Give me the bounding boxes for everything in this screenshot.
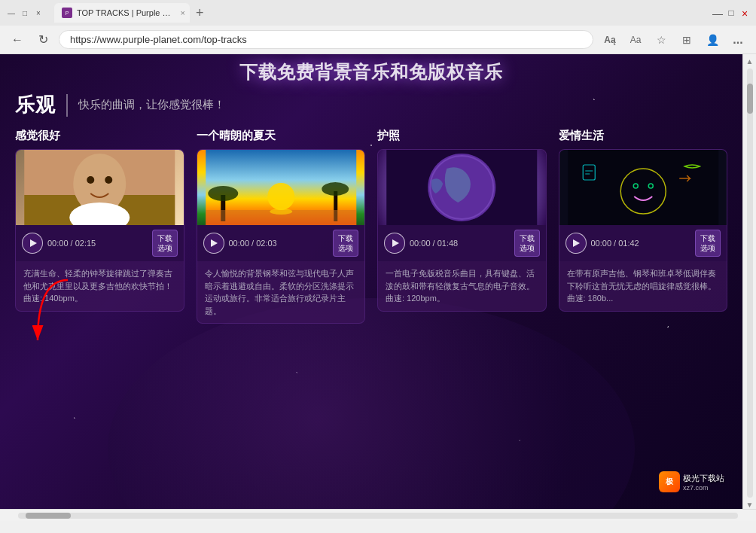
h-scroll-track[interactable]	[18, 513, 738, 519]
address-input[interactable]	[59, 30, 593, 49]
scrollbar-thumb[interactable]	[747, 84, 753, 114]
collections-icon[interactable]: ⊞	[676, 29, 697, 50]
read-aloud-icon[interactable]: Aa	[625, 29, 646, 50]
track-card-inner-3: 00:00 / 01:48 下载选项 一首电子免版税音乐曲目，具有键盘、活泼的鼓…	[377, 149, 547, 312]
tab-close-icon[interactable]: ×	[181, 8, 185, 17]
play-triangle-3	[392, 239, 399, 247]
tab-favicon: P	[62, 8, 72, 18]
svg-point-11	[322, 182, 349, 196]
track-player-4: 00:00 / 01:42 下载选项	[559, 225, 727, 261]
svg-point-9	[208, 186, 238, 201]
page-content: 下载免费背景音乐和免版权音乐 乐观 快乐的曲调，让你感觉很棒！ 感觉很好	[0, 54, 742, 351]
track-player-2: 00:00 / 02:03 下载选项	[197, 225, 365, 261]
track-title-3: 护照	[377, 129, 547, 143]
browser-icons: Aą Aa ☆ ⊞ 👤 ...	[599, 29, 748, 50]
watermark-text: 极光下载站	[683, 473, 724, 484]
category-section: 乐观 快乐的曲调，让你感觉很棒！ 感觉很好	[15, 92, 727, 324]
window-maximize[interactable]: □	[20, 8, 30, 18]
watermark-logo: 极	[659, 471, 680, 492]
time-display-4: 00:00 / 01:42	[591, 239, 691, 248]
track-player-3: 00:00 / 01:48 下载选项	[378, 225, 546, 261]
webpage: 下载免费背景音乐和免版权音乐 乐观 快乐的曲调，让你感觉很棒！ 感觉很好	[0, 54, 742, 509]
category-header: 乐观 快乐的曲调，让你感觉很棒！	[15, 92, 727, 118]
svg-point-17	[428, 154, 495, 221]
play-triangle-1	[30, 239, 37, 247]
track-player-1: 00:00 / 02:15 下载选项	[16, 225, 184, 261]
favorites-icon[interactable]: ☆	[651, 29, 672, 50]
svg-point-3	[87, 176, 94, 184]
browser-body: 下载免费背景音乐和免版权音乐 乐观 快乐的曲调，让你感觉很棒！ 感觉很好	[0, 54, 756, 509]
download-button-1[interactable]: 下载选项	[152, 230, 178, 257]
browser-window: — □ × P TOP TRACKS | Purple Planet Mus..…	[0, 0, 756, 521]
play-triangle-4	[573, 239, 580, 247]
download-button-4[interactable]: 下载选项	[695, 230, 721, 257]
track-card-inner-1: 00:00 / 02:15 下载选项 充满生命、轻柔的钟琴旋律跳过了弹奏吉他和尤…	[15, 149, 184, 312]
track-thumbnail-3	[378, 150, 546, 225]
track-title-4: 爱情生活	[559, 129, 728, 143]
watermark: 极 极光下载站 xz7.com	[659, 471, 724, 492]
address-bar: ← ↻ Aą Aa ☆ ⊞ 👤 ...	[0, 26, 756, 54]
track-card-4: 爱情生活	[559, 129, 728, 324]
profile-icon[interactable]: 👤	[702, 29, 723, 50]
time-display-2: 00:00 / 02:03	[229, 239, 329, 248]
track-card-inner-2: 00:00 / 02:03 下载选项 令人愉悦的背景钢琴和弦与现代电子人声暗示着…	[197, 149, 366, 324]
back-button[interactable]: ←	[8, 30, 27, 50]
reader-mode-icon[interactable]: Aą	[599, 29, 620, 50]
active-tab[interactable]: P TOP TRACKS | Purple Planet Mus... ×	[54, 3, 190, 23]
track-description-4: 在带有原声吉他、钢琴和班卓琴低调伴奏下聆听这首无忧无虑的唱旋律感觉很棒。曲速: …	[559, 261, 727, 311]
play-button-2[interactable]	[203, 233, 224, 254]
download-button-2[interactable]: 下载选项	[333, 230, 358, 257]
scrollbar-track[interactable]	[747, 69, 753, 498]
svg-point-13	[270, 209, 292, 215]
h-scroll-thumb[interactable]	[26, 513, 71, 519]
category-title: 乐观	[15, 92, 56, 118]
win-minimize-right[interactable]: —	[712, 8, 723, 18]
time-display-1: 00:00 / 02:15	[47, 239, 148, 248]
track-card-1: 感觉很好	[15, 129, 184, 324]
window-close-btn[interactable]: ×	[33, 8, 44, 18]
track-thumbnail-2	[197, 150, 365, 225]
track-card-2: 一个晴朗的夏天	[197, 129, 366, 324]
tab-title: TOP TRACKS | Purple Planet Mus...	[77, 8, 175, 17]
vertical-scrollbar[interactable]: ▲ ▼	[742, 54, 756, 509]
track-card-3: 护照	[377, 129, 547, 324]
new-tab-button[interactable]: +	[190, 5, 210, 21]
track-description-1: 充满生命、轻柔的钟琴旋律跳过了弹奏吉他和尤克里里以及更多吉他的欢快节拍！曲速: …	[16, 261, 184, 311]
svg-point-7	[267, 183, 294, 210]
svg-point-4	[105, 176, 112, 184]
track-description-2: 令人愉悦的背景钢琴和弦与现代电子人声暗示着逃避或自由。柔软的分区洗涤提示运动或旅…	[197, 261, 365, 323]
refresh-button[interactable]: ↻	[33, 30, 53, 50]
track-thumbnail-1	[16, 150, 184, 225]
horizontal-scrollbar[interactable]	[0, 509, 756, 521]
page-heading: 下载免费背景音乐和免版权音乐	[15, 54, 727, 92]
window-controls: — □ ×	[6, 8, 44, 18]
track-thumbnail-4	[559, 150, 727, 225]
play-triangle-2	[211, 239, 218, 247]
watermark-sub: xz7.com	[683, 484, 724, 492]
more-options-button[interactable]: ...	[727, 29, 748, 50]
win-restore-right[interactable]: □	[726, 8, 736, 18]
watermark-info: 极光下载站 xz7.com	[683, 473, 724, 492]
track-description-3: 一首电子免版税音乐曲目，具有键盘、活泼的鼓和带有轻微复古气息的电子音效。曲速: …	[378, 261, 546, 311]
category-divider	[66, 94, 68, 117]
track-title-2: 一个晴朗的夏天	[197, 129, 366, 143]
window-minimize[interactable]: —	[6, 8, 17, 18]
time-display-3: 00:00 / 01:48	[410, 239, 510, 248]
tracks-grid: 感觉很好	[15, 129, 727, 324]
track-card-inner-4: 00:00 / 01:42 下载选项 在带有原声吉他、钢琴和班卓琴低调伴奏下聆听…	[559, 149, 728, 312]
play-button-3[interactable]	[384, 233, 405, 254]
download-button-3[interactable]: 下载选项	[514, 230, 540, 257]
play-button-1[interactable]	[22, 233, 43, 254]
play-button-4[interactable]	[565, 233, 587, 254]
track-title-1: 感觉很好	[15, 129, 184, 143]
win-close-right[interactable]: ×	[739, 8, 750, 18]
title-bar: — □ × P TOP TRACKS | Purple Planet Mus..…	[0, 0, 756, 26]
category-subtitle: 快乐的曲调，让你感觉很棒！	[78, 98, 225, 112]
